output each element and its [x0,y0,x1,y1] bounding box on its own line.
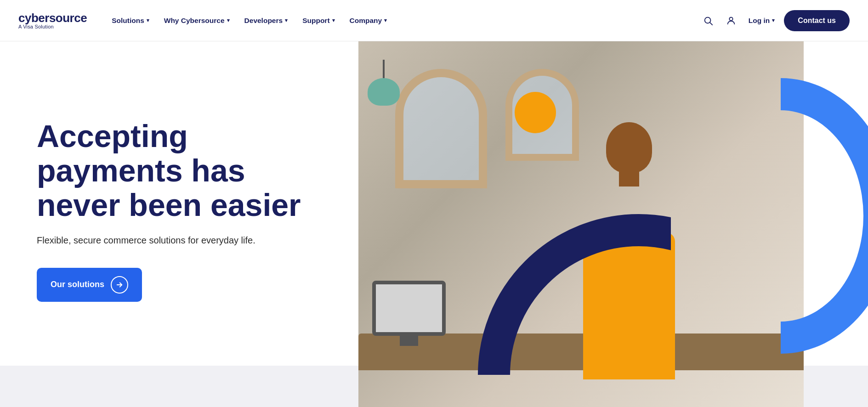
hero-photo [358,41,804,407]
lamp-decoration [368,78,400,106]
monitor-decoration [372,281,446,336]
figure-head [606,122,652,173]
yellow-circle-decoration [515,92,556,133]
search-icon [703,16,713,26]
nav-item-support[interactable]: Support ▾ [296,13,341,28]
svg-line-1 [710,23,712,25]
nav-label-company: Company [350,17,382,25]
chevron-down-icon: ▾ [285,17,288,23]
hero-content-left: Accepting payments has never been easier… [0,41,358,407]
chevron-down-icon: ▾ [772,17,775,23]
window-decoration [395,69,487,188]
account-button[interactable] [723,12,739,29]
nav-item-why[interactable]: Why Cybersource ▾ [158,13,236,28]
svg-point-2 [729,17,732,20]
brand-name: cybersource [18,12,87,24]
nav-label-support: Support [302,17,329,25]
cta-button[interactable]: Our solutions [37,268,142,302]
nav-links: Solutions ▾ Why Cybersource ▾ Developers… [105,13,700,28]
brand-tagline: A Visa Solution [18,24,87,29]
search-button[interactable] [700,12,716,29]
nav-item-company[interactable]: Company ▾ [343,13,394,28]
login-label: Log in [749,17,770,25]
chevron-down-icon: ▾ [227,17,230,23]
hero-heading: Accepting payments has never been easier [37,119,303,222]
arrow-right-icon [111,276,128,294]
hero-image-area [358,41,868,407]
nav-item-solutions[interactable]: Solutions ▾ [105,13,156,28]
user-icon [726,16,736,26]
arrow-icon [115,281,124,289]
nav-label-why: Why Cybersource [164,17,225,25]
chevron-down-icon: ▾ [332,17,335,23]
hero-section: Accepting payments has never been easier… [0,41,868,407]
cta-label: Our solutions [51,280,104,289]
hero-subtext: Flexible, secure commerce solutions for … [37,235,322,246]
chevron-down-icon: ▾ [384,17,387,23]
chevron-down-icon: ▾ [147,17,149,23]
figure-neck [619,168,639,187]
nav-label-solutions: Solutions [112,17,144,25]
navigation: cybersource A Visa Solution Solutions ▾ … [0,0,868,41]
nav-label-developers: Developers [244,17,283,25]
contact-button[interactable]: Contact us [784,10,850,31]
nav-right: Log in ▾ Contact us [700,10,850,31]
contact-label: Contact us [798,17,836,24]
logo[interactable]: cybersource A Visa Solution [18,12,87,29]
nav-item-developers[interactable]: Developers ▾ [238,13,295,28]
login-button[interactable]: Log in ▾ [746,13,778,28]
